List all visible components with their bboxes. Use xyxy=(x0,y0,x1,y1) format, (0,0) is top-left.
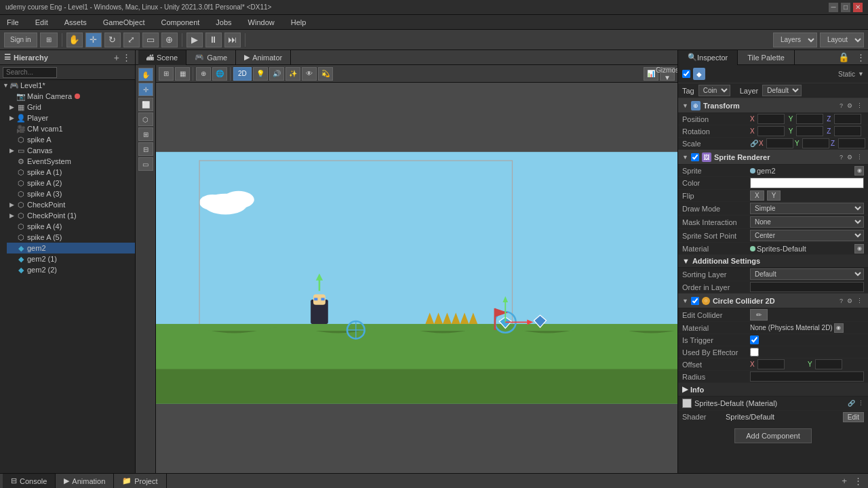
hier-item-camera[interactable]: 📷 Main Camera xyxy=(7,91,135,102)
hier-item-gem2-2[interactable]: ◆ gem2 (2) xyxy=(7,264,135,275)
shader-edit-btn[interactable]: Edit xyxy=(843,412,864,422)
hier-item-vcam[interactable]: 🎥 CM vcam1 xyxy=(7,123,135,134)
pause-btn[interactable]: ⏸ xyxy=(205,33,222,47)
brush-tool-btn[interactable]: ⬜ xyxy=(138,98,153,111)
step-btn[interactable]: ⏭ xyxy=(224,33,241,47)
minimize-btn[interactable]: ─ xyxy=(829,3,838,12)
tab-tile-palette[interactable]: Tile Palette xyxy=(738,50,795,65)
unity-btn[interactable]: ⊞ xyxy=(40,33,58,47)
rotate-tool[interactable]: ↻ xyxy=(104,33,121,47)
position-x-input[interactable]: 2.61 xyxy=(757,114,785,124)
sr-settings-icon[interactable]: ⚙ xyxy=(846,153,854,161)
hier-item-spike-2[interactable]: ⬡ spike A (2) xyxy=(7,178,135,188)
circle-collider-header[interactable]: ▼ ○ Circle Collider 2D ? ⚙ ⋮ xyxy=(678,293,868,308)
fill-tool-btn[interactable]: ⬡ xyxy=(138,113,153,126)
menu-window[interactable]: Window xyxy=(244,17,279,28)
cc-enabled-checkbox[interactable] xyxy=(691,297,699,305)
scene-audio-btn[interactable]: 🔊 xyxy=(269,67,284,81)
hier-item-canvas[interactable]: ▶ ▭ Canvas xyxy=(7,145,135,156)
menu-jobs[interactable]: Jobs xyxy=(212,17,235,28)
cc-menu-icon[interactable]: ⋮ xyxy=(855,297,864,305)
hier-item-spike-5[interactable]: ⬡ spike A (5) xyxy=(7,232,135,243)
sorting-layer-dropdown[interactable]: Default xyxy=(750,268,864,280)
scene-global-btn[interactable]: 🌐 xyxy=(212,67,227,81)
sr-help-icon[interactable]: ? xyxy=(838,153,844,161)
inspector-menu-btn[interactable]: ⋮ xyxy=(854,52,868,62)
flip-y-btn[interactable]: Y xyxy=(767,190,781,201)
window-controls[interactable]: ─ □ ✕ xyxy=(829,3,863,12)
inspector-lock-btn[interactable]: 🔒 xyxy=(834,52,854,62)
tab-animator[interactable]: ▶ Animator xyxy=(236,50,291,65)
scene-gizmos-dropdown[interactable]: Gizmos ▼ xyxy=(660,67,675,81)
transform-header[interactable]: ▼ ⊕ Transform ? ⚙ ⋮ xyxy=(678,98,868,113)
hier-item-spike-4[interactable]: ⬡ spike A (4) xyxy=(7,221,135,232)
position-y-input[interactable]: -3.49 xyxy=(796,114,823,124)
maximize-btn[interactable]: □ xyxy=(841,3,850,12)
hier-item-eventsystem[interactable]: ⚙ EventSystem xyxy=(7,156,135,167)
tab-game[interactable]: 🎮 Game xyxy=(186,50,236,65)
tag-dropdown[interactable]: Coin xyxy=(698,85,730,96)
offset-x-input[interactable]: 0 xyxy=(757,359,785,369)
offset-y-input[interactable]: 0 xyxy=(815,359,842,369)
play-btn[interactable]: ▶ xyxy=(186,33,203,47)
tab-scene[interactable]: 🏙 Scene xyxy=(138,50,186,65)
scale-x-input[interactable]: 0.5 xyxy=(766,138,793,148)
tab-animation[interactable]: ▶ Animation xyxy=(56,474,114,489)
rotation-y-input[interactable]: 0 xyxy=(796,126,823,136)
scene-fx-btn[interactable]: ✨ xyxy=(285,67,300,81)
mask-dropdown[interactable]: None xyxy=(750,216,864,228)
scene-pivot-btn[interactable]: ⊕ xyxy=(196,67,211,81)
rect-select-btn[interactable]: ▭ xyxy=(138,157,153,171)
scale-tool[interactable]: ⤢ xyxy=(123,33,140,47)
menu-gameobject[interactable]: GameObject xyxy=(99,17,149,28)
bottom-menu-btn[interactable]: ⋮ xyxy=(851,476,865,486)
hier-item-spike-1[interactable]: ⬡ spike A (1) xyxy=(7,167,135,178)
menu-file[interactable]: File xyxy=(3,17,23,28)
hier-item-gem2[interactable]: ◆ gem2 xyxy=(7,243,135,253)
info-header[interactable]: ▶ Info xyxy=(678,383,868,396)
sr-enabled-checkbox[interactable] xyxy=(691,153,699,161)
hier-scene-root[interactable]: ▼ 🎮 Level1* xyxy=(0,80,135,91)
menu-edit[interactable]: Edit xyxy=(31,17,52,28)
sprite-renderer-header[interactable]: ▼ 🖼 Sprite Renderer ? ⚙ ⋮ xyxy=(678,150,868,165)
scale-z-input[interactable]: 1 xyxy=(838,138,865,148)
close-btn[interactable]: ✕ xyxy=(853,3,863,12)
move-tool[interactable]: ✋ xyxy=(66,33,83,47)
tab-console[interactable]: ⊟ Console xyxy=(3,474,56,489)
hier-item-spike-a[interactable]: ⬡ spike A xyxy=(7,134,135,145)
hierarchy-search-input[interactable] xyxy=(3,67,57,78)
additional-settings-header[interactable]: ▼ Additional Settings xyxy=(678,255,868,268)
sr-menu-icon[interactable]: ⋮ xyxy=(855,153,864,161)
scale-y-input[interactable]: 0.5 xyxy=(802,138,829,148)
layout-dropdown[interactable]: Layout xyxy=(820,33,864,47)
hand-tool-btn[interactable]: ✋ xyxy=(138,68,153,81)
hier-item-gem2-1[interactable]: ◆ gem2 (1) xyxy=(7,253,135,264)
scene-particles-btn[interactable]: 💫 xyxy=(318,67,333,81)
scene-grid-btn[interactable]: ▦ xyxy=(175,67,190,81)
scene-light-btn[interactable]: 💡 xyxy=(253,67,268,81)
scene-gizmos-btn[interactable]: ⊞ xyxy=(159,67,174,81)
position-z-input[interactable]: 0 xyxy=(834,114,861,124)
object-name-input[interactable]: gem2 xyxy=(708,69,835,79)
rotation-z-input[interactable]: 0 xyxy=(834,126,861,136)
transform-help-icon[interactable]: ? xyxy=(838,102,844,110)
add-component-btn[interactable]: Add Component xyxy=(734,428,812,443)
mat-menu-icon[interactable]: ⋮ xyxy=(858,400,864,407)
flip-x-btn[interactable]: X xyxy=(750,190,764,201)
erase-tool-btn[interactable]: ⊟ xyxy=(138,142,153,156)
draw-mode-dropdown[interactable]: Simple xyxy=(750,203,864,214)
rect-tool[interactable]: ▭ xyxy=(142,33,159,47)
hierarchy-add-btn[interactable]: + xyxy=(114,52,119,63)
hier-item-spike-3[interactable]: ⬡ spike A (3) xyxy=(7,188,135,199)
sprite-picker-btn[interactable]: ◉ xyxy=(854,166,864,176)
eyedrop-tool-btn[interactable]: ⊞ xyxy=(138,127,153,141)
menu-help[interactable]: Help xyxy=(287,17,311,28)
multi-tool[interactable]: ⊕ xyxy=(161,33,178,47)
select-tool-btn[interactable]: ✛ xyxy=(138,83,153,96)
sign-in-btn[interactable]: Sign in xyxy=(4,33,37,47)
layer-dropdown[interactable]: Default xyxy=(762,85,802,96)
menu-assets[interactable]: Assets xyxy=(60,17,91,28)
sort-point-dropdown[interactable]: Center xyxy=(750,230,864,241)
hier-item-player[interactable]: ▶ 👤 Player xyxy=(7,113,135,123)
hier-item-checkpoint[interactable]: ▶ ⬡ CheckPoint xyxy=(7,199,135,210)
